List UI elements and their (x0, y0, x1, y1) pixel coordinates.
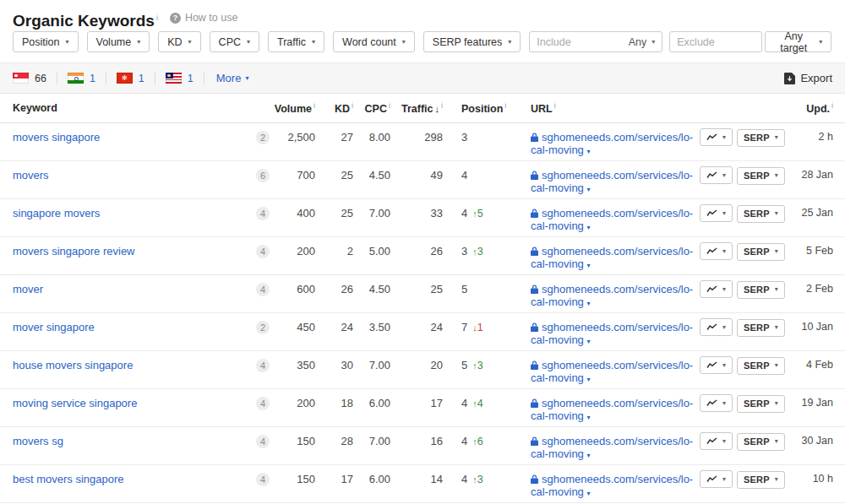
keyword-link[interactable]: movers singapore review (13, 245, 135, 257)
url-link[interactable]: sghomeneeds.com/services/lo-cal-moving ▾ (531, 321, 693, 346)
traffic-value: 17 (390, 397, 443, 409)
chevron-down-icon: ▾ (722, 248, 726, 255)
chevron-down-icon: ▾ (586, 452, 590, 459)
position-history-chart-button[interactable]: ▾ (700, 394, 733, 412)
table-header: Keyword Volumei KDi CPCi Traffic↓i Posit… (0, 94, 845, 123)
filter-volume-button[interactable]: Volume▾ (87, 31, 150, 52)
chevron-down-icon: ▾ (722, 400, 726, 407)
position-change: ↓1 (472, 322, 482, 333)
position-history-chart-button[interactable]: ▾ (700, 242, 733, 260)
url-link[interactable]: sghomeneeds.com/services/lo-cal-moving ▾ (531, 359, 693, 384)
position-history-chart-button[interactable]: ▾ (700, 166, 733, 184)
url-link[interactable]: sghomeneeds.com/services/lo-cal-moving ▾ (531, 207, 693, 232)
keyword-link[interactable]: best movers singapore (13, 473, 124, 485)
keyword-link[interactable]: singapore movers (13, 207, 100, 219)
volume-value: 600 (270, 283, 315, 295)
filter-kd-button[interactable]: KD▾ (158, 31, 200, 52)
country-tab-singapore[interactable]: 66 (13, 73, 46, 84)
chart-icon (706, 171, 717, 179)
serp-dropdown-button[interactable]: SERP▾ (737, 281, 785, 299)
keyword-link[interactable]: movers (13, 169, 49, 182)
position-value: 3 (461, 131, 467, 144)
include-mode-select[interactable]: Any▾ (629, 36, 656, 48)
country-tab-malaysia[interactable]: 1 (166, 73, 194, 84)
column-header-position[interactable]: Positioni (443, 101, 531, 115)
exclude-input[interactable] (677, 36, 755, 48)
serp-dropdown-button[interactable]: SERP▾ (737, 243, 785, 261)
position-history-chart-button[interactable]: ▾ (700, 204, 733, 222)
serp-count-badge: 2 (256, 321, 270, 334)
column-header-traffic[interactable]: Traffic↓i (390, 101, 443, 115)
country-tab-india[interactable]: 1 (68, 73, 95, 84)
page-title: Organic Keywordsi (13, 8, 158, 30)
column-header-upd[interactable]: Upd.i (786, 101, 845, 115)
table-row: movers 6 700 25 4.50 49 4 sghomeneeds.co… (0, 161, 845, 199)
serp-count-badge: 4 (256, 245, 270, 258)
serp-dropdown-button[interactable]: SERP▾ (737, 433, 785, 451)
traffic-value: 49 (390, 169, 443, 182)
column-header-keyword[interactable]: Keyword (0, 102, 249, 114)
chevron-down-icon: ▾ (586, 262, 590, 269)
position-history-chart-button[interactable]: ▾ (700, 356, 733, 374)
position-history-chart-button[interactable]: ▾ (700, 470, 733, 488)
export-button[interactable]: Export (784, 72, 832, 84)
kd-value: 25 (315, 207, 353, 219)
keyword-link[interactable]: movers singapore (13, 131, 100, 144)
more-countries-link[interactable]: More▾ (216, 72, 249, 84)
traffic-value: 25 (390, 283, 443, 295)
chevron-down-icon: ▾ (137, 39, 140, 46)
filter-serp-features-button[interactable]: SERP features▾ (423, 31, 521, 52)
chart-icon (706, 133, 717, 141)
serp-count-badge: 4 (256, 435, 270, 448)
traffic-value: 33 (390, 207, 443, 219)
volume-value: 150 (270, 435, 315, 447)
url-link[interactable]: sghomeneeds.com/services/lo-cal-moving ▾ (531, 473, 693, 498)
updated-value: 2 h (786, 131, 845, 143)
updated-value: 10 h (786, 473, 845, 485)
position-history-chart-button[interactable]: ▾ (700, 318, 733, 336)
column-header-volume[interactable]: Volumei (270, 101, 315, 115)
serp-dropdown-button[interactable]: SERP▾ (737, 471, 785, 489)
url-link[interactable]: sghomeneeds.com/services/lo-cal-moving ▾ (531, 245, 693, 270)
position-history-chart-button[interactable]: ▾ (700, 128, 733, 146)
serp-dropdown-button[interactable]: SERP▾ (737, 395, 785, 413)
serp-dropdown-button[interactable]: SERP▾ (737, 357, 785, 375)
divider (155, 72, 155, 84)
chevron-down-icon: ▾ (586, 414, 590, 421)
updated-value: 28 Jan (786, 169, 845, 181)
filter-word-count-button[interactable]: Word count▾ (333, 31, 415, 52)
url-link[interactable]: sghomeneeds.com/services/lo-cal-moving ▾ (531, 169, 693, 194)
column-header-cpc[interactable]: CPCi (353, 101, 390, 115)
any-target-button[interactable]: Any target▾ (765, 31, 831, 52)
url-link[interactable]: sghomeneeds.com/services/lo-cal-moving ▾ (531, 131, 693, 156)
keyword-link[interactable]: mover (13, 283, 43, 295)
url-link[interactable]: sghomeneeds.com/services/lo-cal-moving ▾ (531, 283, 693, 308)
serp-dropdown-button[interactable]: SERP▾ (737, 205, 785, 223)
chevron-down-icon: ▾ (586, 490, 590, 497)
cpc-value: 6.00 (353, 473, 390, 485)
chevron-down-icon: ▾ (586, 186, 590, 193)
include-input[interactable] (537, 36, 628, 48)
singapore-flag-icon (13, 73, 29, 84)
lock-icon (531, 247, 538, 256)
filter-cpc-button[interactable]: CPC▾ (210, 31, 259, 52)
keyword-link[interactable]: moving service singapore (13, 397, 137, 409)
position-history-chart-button[interactable]: ▾ (700, 280, 733, 298)
keyword-link[interactable]: movers sg (13, 435, 63, 447)
keyword-link[interactable]: mover singapore (13, 321, 95, 333)
how-to-use-link[interactable]: ? How to use (170, 12, 238, 24)
url-link[interactable]: sghomeneeds.com/services/lo-cal-moving ▾ (531, 397, 693, 422)
country-tab-hong-kong[interactable]: ✻ 1 (117, 73, 144, 84)
column-header-kd[interactable]: KDi (315, 101, 353, 115)
keyword-link[interactable]: house movers singapore (13, 359, 133, 371)
filter-position-button[interactable]: Position▾ (13, 31, 79, 52)
serp-dropdown-button[interactable]: SERP▾ (737, 167, 785, 185)
serp-dropdown-button[interactable]: SERP▾ (737, 319, 785, 337)
position-history-chart-button[interactable]: ▾ (700, 432, 733, 450)
organic-keywords-report: Organic Keywordsi ? How to use Position▾… (0, 0, 845, 504)
column-header-url[interactable]: URLi (531, 101, 700, 115)
serp-dropdown-button[interactable]: SERP▾ (737, 129, 785, 147)
url-link[interactable]: sghomeneeds.com/services/lo-cal-moving ▾ (531, 435, 693, 460)
filter-traffic-button[interactable]: Traffic▾ (268, 31, 324, 52)
updated-value: 25 Jan (786, 207, 845, 219)
